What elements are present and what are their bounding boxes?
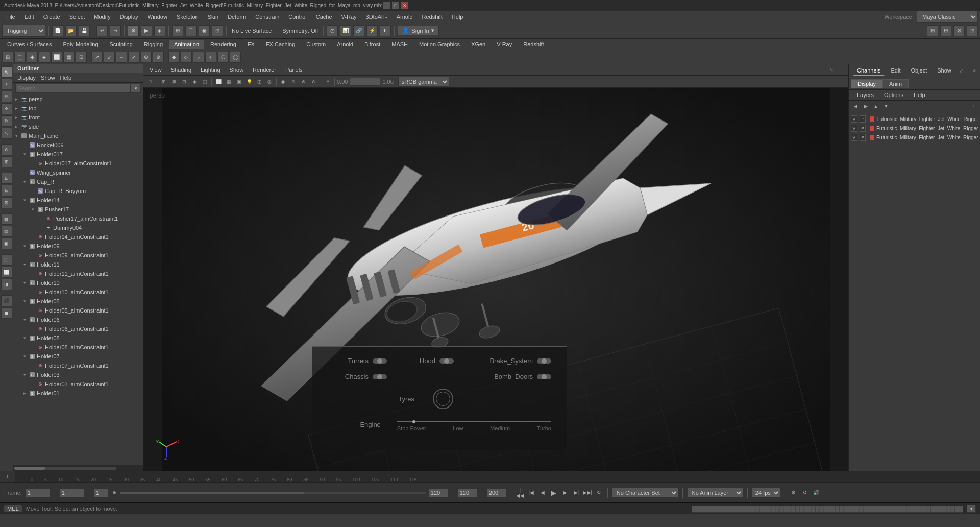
tab-vray[interactable]: V-Ray	[492, 40, 517, 49]
channel-p-2[interactable]: P	[860, 125, 866, 132]
menu-vray[interactable]: V-Ray	[337, 13, 361, 21]
rig-engine-thumb[interactable]	[412, 420, 415, 423]
custom-tool11[interactable]: ◼	[1, 307, 12, 319]
rig-chassis-knob[interactable]	[373, 374, 387, 379]
anim-tool8[interactable]: ↗	[91, 52, 103, 63]
vp-tb-select[interactable]: □	[145, 77, 155, 86]
no-anim-layer-select[interactable]: No Anim Layer	[687, 488, 743, 498]
custom-tool2[interactable]: ⊟	[1, 185, 12, 196]
menu-modify[interactable]: Modify	[90, 13, 114, 21]
module-selector[interactable]: Rigging Animation Polygons Rendering	[2, 25, 45, 37]
channels-next-btn[interactable]: ▶	[861, 102, 870, 111]
custom-tool1[interactable]: ⊡	[1, 173, 12, 184]
right-icon4[interactable]: ⊡	[967, 25, 978, 36]
key-tool5[interactable]: ⬡	[217, 52, 229, 63]
vp-tb-wireframe[interactable]: ⬜	[214, 77, 223, 86]
anim-tool7[interactable]: ⊡	[76, 52, 87, 63]
play-btn[interactable]: ▶	[549, 488, 558, 497]
tab-animation[interactable]: Animation	[169, 40, 204, 49]
tree-item-holder09-aim[interactable]: ⊗ Holder09_aimConstraint1	[13, 251, 143, 260]
key-tool2[interactable]: ◇	[181, 52, 192, 63]
gamma-slider[interactable]	[350, 78, 380, 86]
anim-refresh-btn[interactable]: ↺	[800, 488, 810, 497]
tab-rigging[interactable]: Rigging	[139, 40, 168, 49]
loop-btn[interactable]: ↻	[594, 488, 603, 497]
vp-tb-cam3[interactable]: ⊗	[299, 77, 308, 86]
snap-curve-btn[interactable]: ⌒	[185, 25, 197, 36]
next-key-btn[interactable]: ▶|	[572, 488, 581, 497]
tree-item-holder05-aim[interactable]: ⊗ Holder05_aimConstraint1	[13, 306, 143, 315]
vp-tb-textured[interactable]: ▣	[234, 77, 243, 86]
move-tool-btn[interactable]: ✛	[1, 103, 12, 114]
paint-tool-btn[interactable]: ✏	[1, 91, 12, 102]
maximize-button[interactable]: □	[392, 2, 399, 9]
tree-item-holder05[interactable]: ▾ G Holder05	[13, 297, 143, 306]
custom-tool9[interactable]: ◨	[1, 279, 12, 290]
tree-item-holder06-aim[interactable]: ⊗ Holder06_aimConstraint1	[13, 324, 143, 333]
tree-item-cap-r-boyyom[interactable]: M Cap_R_Boyyom	[13, 186, 143, 196]
tab-poly-modeling[interactable]: Poly Modeling	[58, 40, 103, 49]
tree-item-holder07-aim[interactable]: ⊗ Holder07_aimConstraint1	[13, 361, 143, 370]
playback-end-input[interactable]	[428, 488, 449, 497]
range-end-input[interactable]	[486, 488, 507, 497]
vp-tb-icon1[interactable]: ⊞	[159, 77, 168, 86]
tree-item-main-frame[interactable]: ▾ G Main_frame	[13, 131, 143, 140]
channels-close-btn[interactable]: ✕	[972, 66, 976, 76]
tree-item-holder11[interactable]: ▾ G Holder11	[13, 260, 143, 269]
channels-add-btn[interactable]: +	[969, 102, 978, 111]
viewport-menu-panels[interactable]: Panels	[281, 66, 307, 74]
go-to-end-btn[interactable]: ▶▶|	[583, 488, 592, 497]
frame-input2[interactable]	[59, 488, 85, 497]
menu-control[interactable]: Control	[284, 13, 310, 21]
menu-deform[interactable]: Deform	[224, 13, 250, 21]
display-tab[interactable]: Display	[851, 79, 883, 88]
right-icon3[interactable]: ⊠	[953, 25, 965, 36]
channels-tab-channels[interactable]: Channels	[853, 66, 885, 76]
close-button[interactable]: ✕	[401, 2, 408, 9]
menu-skeleton[interactable]: Skeleton	[173, 13, 203, 21]
menu-display[interactable]: Display	[116, 13, 142, 21]
tab-bifrost[interactable]: Bifrost	[359, 40, 385, 49]
channels-shrink-btn[interactable]: —	[966, 66, 970, 76]
menu-file[interactable]: File	[2, 13, 19, 21]
tree-item-side[interactable]: ▸ 📷 side	[13, 122, 143, 131]
no-character-select[interactable]: No Character Set	[612, 488, 678, 498]
viewport-expand-btn[interactable]: ⤡	[827, 65, 836, 75]
channels-sub-options[interactable]: Options	[880, 91, 908, 99]
snap-view-btn[interactable]: ⊡	[212, 25, 223, 36]
vp-tb-xray[interactable]: ◎	[265, 77, 274, 86]
range-thumb1[interactable]	[113, 491, 116, 494]
tree-item-front[interactable]: ▸ 📷 front	[13, 113, 143, 122]
viewport-canvas[interactable]: 20	[143, 88, 848, 471]
range-start-input[interactable]	[457, 488, 478, 497]
rigging-btn[interactable]: 🔗	[353, 25, 364, 36]
viewport-menu-view[interactable]: View	[145, 66, 166, 74]
menu-cache[interactable]: Cache	[312, 13, 336, 21]
anim-tool12[interactable]: ⊕	[140, 52, 152, 63]
tab-curves-surfaces[interactable]: Curves / Surfaces	[2, 40, 57, 49]
tree-item-holder06[interactable]: ▾ G Holder06	[13, 315, 143, 324]
anim-btn[interactable]: 📊	[340, 25, 351, 36]
menu-skin[interactable]: Skin	[204, 13, 223, 21]
sign-in-button[interactable]: 👤 Sign In ▾	[398, 26, 438, 35]
vp-tb-icon3[interactable]: ⊡	[180, 77, 189, 86]
gamma-profile-select[interactable]: sRGB gamma	[398, 77, 449, 87]
custom-tool6[interactable]: ▣	[1, 238, 12, 249]
tree-item-holder10[interactable]: ▾ G Holder10	[13, 278, 143, 288]
custom-tool3[interactable]: ⊠	[1, 197, 12, 208]
tree-item-holder03[interactable]: ▾ G Holder03	[13, 370, 143, 379]
channels-tab-show[interactable]: Show	[933, 66, 955, 76]
viewport-menu-lighting[interactable]: Lighting	[197, 66, 225, 74]
rig-turrets-knob[interactable]	[373, 358, 387, 364]
next-frame-btn[interactable]: ▶	[560, 488, 570, 497]
tab-fx-caching[interactable]: FX Caching	[261, 40, 300, 49]
tab-sculpting[interactable]: Sculpting	[105, 40, 138, 49]
vp-tb-cam1[interactable]: ◉	[279, 77, 288, 86]
anim-tool5[interactable]: ⬜	[51, 52, 62, 63]
tree-item-holder03-aim[interactable]: ⊗ Holder03_aimConstraint1	[13, 379, 143, 389]
anim-tool6[interactable]: ▦	[63, 52, 75, 63]
anim-tool1[interactable]: ⊞	[2, 52, 13, 63]
outliner-menu-show[interactable]: Show	[39, 74, 57, 81]
tree-item-holder07[interactable]: ▾ G Holder07	[13, 352, 143, 361]
outliner-filter-btn[interactable]: ▾	[131, 84, 141, 93]
